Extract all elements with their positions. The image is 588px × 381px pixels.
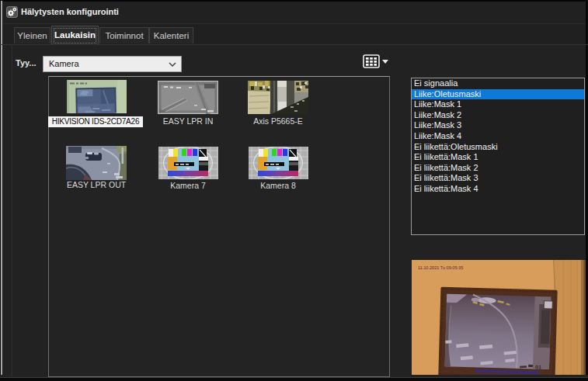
svg-text:01: 01 [535,364,541,369]
svg-text:11.10.2021 Tu 09:05:35: 11.10.2021 Tu 09:05:35 [418,265,463,270]
